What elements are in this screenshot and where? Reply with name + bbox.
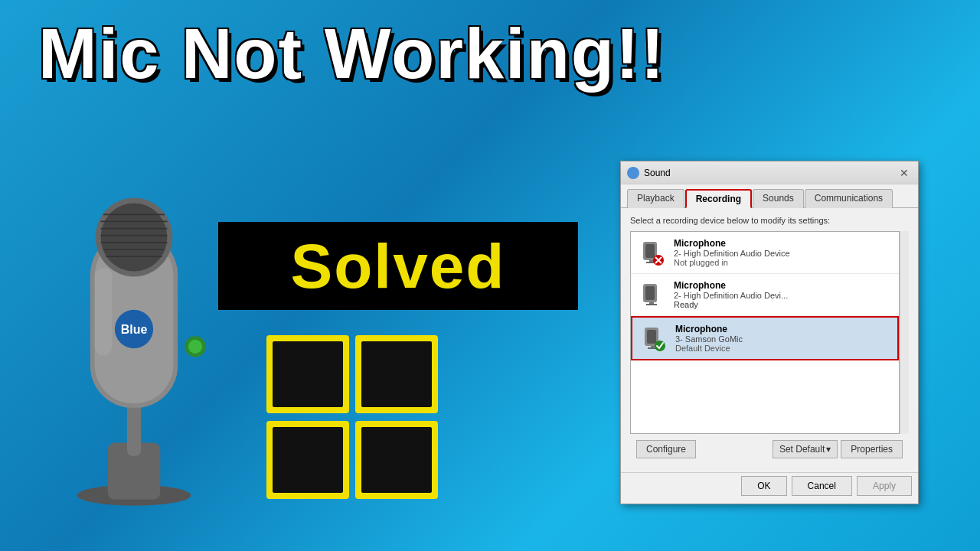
device-info-2: Microphone 2- High Definition Audio Devi… — [674, 280, 891, 309]
dialog-footer-buttons: Configure Set Default ▾ Properties — [630, 434, 909, 465]
dialog-description: Select a recording device below to modif… — [630, 216, 909, 225]
scrollbar[interactable] — [900, 231, 909, 434]
device-sub-3: 3- Samson GoMic — [675, 334, 890, 344]
device-item-2[interactable]: Microphone 2- High Definition Audio Devi… — [631, 274, 899, 316]
tab-playback[interactable]: Playback — [627, 189, 684, 208]
dialog-title: Sound — [644, 168, 897, 178]
device-list-wrapper: Microphone 2- High Definition Audio Devi… — [630, 231, 909, 434]
svg-rect-25 — [273, 427, 343, 493]
close-button[interactable]: ✕ — [897, 165, 912, 181]
dialog-bottom-buttons: OK Cancel Apply — [621, 472, 918, 504]
set-default-button[interactable]: Set Default ▾ — [773, 440, 838, 458]
device-icon-2 — [639, 281, 666, 308]
device-status-1: Not plugged in — [674, 258, 891, 267]
svg-rect-23 — [273, 341, 343, 407]
device-item-1[interactable]: Microphone 2- High Definition Audio Devi… — [631, 232, 899, 274]
microphone-image: Blue — [31, 138, 237, 520]
tab-sounds[interactable]: Sounds — [753, 189, 804, 208]
svg-rect-30 — [645, 244, 655, 258]
tab-communications[interactable]: Communications — [805, 189, 893, 208]
device-name-2: Microphone — [674, 280, 891, 291]
footer-right-buttons: Set Default ▾ Properties — [773, 440, 903, 458]
device-sub-2: 2- High Definition Audio Devi... — [674, 291, 891, 300]
svg-point-17 — [188, 340, 202, 354]
device-status-3: Default Device — [675, 344, 890, 353]
device-icon-3 — [640, 324, 668, 352]
device-item-3[interactable]: Microphone 3- Samson GoMic Default Devic… — [631, 316, 899, 360]
apply-button[interactable]: Apply — [857, 476, 912, 496]
solved-banner: Solved — [218, 222, 578, 310]
svg-rect-37 — [645, 286, 655, 300]
configure-button[interactable]: Configure — [636, 440, 696, 458]
device-name-1: Microphone — [674, 238, 891, 249]
device-list: Microphone 2- High Definition Audio Devi… — [630, 231, 900, 434]
svg-point-6 — [101, 203, 168, 271]
dialog-tabs: Playback Recording Sounds Communications — [621, 184, 918, 208]
device-icon-1 — [639, 239, 666, 266]
ok-button[interactable]: OK — [741, 476, 786, 496]
device-status-2: Ready — [674, 300, 891, 309]
properties-button[interactable]: Properties — [841, 440, 903, 458]
svg-text:Blue: Blue — [121, 323, 148, 336]
device-name-3: Microphone — [675, 324, 890, 334]
dialog-titlebar: Sound ✕ — [621, 161, 918, 184]
svg-rect-26 — [361, 427, 432, 493]
device-info-1: Microphone 2- High Definition Audio Devi… — [674, 238, 891, 267]
svg-rect-24 — [361, 341, 432, 407]
svg-rect-39 — [646, 304, 657, 305]
cancel-button[interactable]: Cancel — [792, 476, 852, 496]
sound-icon — [627, 167, 639, 179]
svg-rect-18 — [95, 268, 113, 355]
dropdown-arrow-icon[interactable]: ▾ — [826, 444, 831, 455]
device-info-3: Microphone 3- Samson GoMic Default Devic… — [675, 324, 890, 353]
windows-logo — [260, 329, 444, 505]
device-sub-1: 2- High Definition Audio Device — [674, 249, 891, 258]
sound-dialog: Sound ✕ Playback Recording Sounds Commun… — [620, 161, 919, 504]
page-title: Mic Not Working!! — [38, 14, 665, 94]
solved-text: Solved — [291, 230, 506, 302]
dialog-body: Select a recording device below to modif… — [621, 208, 918, 472]
svg-rect-41 — [647, 330, 656, 344]
tab-recording[interactable]: Recording — [685, 189, 752, 208]
